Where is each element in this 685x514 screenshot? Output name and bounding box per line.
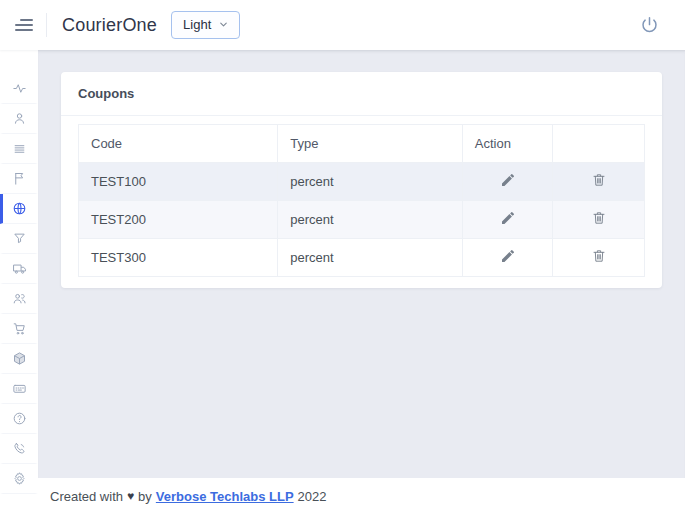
sidebar-item-profile[interactable]: [0, 104, 38, 134]
footer-company-link[interactable]: Verbose Techlabs LLP: [156, 489, 294, 504]
footer-text-middle: by: [138, 489, 152, 504]
globe-coupons-icon: [12, 201, 27, 216]
phone-icon: [12, 441, 27, 456]
footer-text-prefix: Created with: [50, 489, 123, 504]
logout-button[interactable]: [639, 15, 660, 36]
coupon-type-cell: percent: [278, 163, 463, 201]
pencil-icon: [500, 248, 516, 264]
sidebar-item-settings[interactable]: [0, 464, 38, 494]
coupon-code-cell: TEST300: [79, 239, 278, 277]
sidebar-item-cart[interactable]: [0, 314, 38, 344]
coupon-type-cell: percent: [278, 201, 463, 239]
column-header-action: Action: [462, 125, 553, 163]
coupons-table: Code Type Action TEST100 percent: [78, 124, 645, 277]
delete-button[interactable]: [587, 170, 611, 193]
theme-selector[interactable]: Light: [171, 11, 240, 39]
table-row: TEST100 percent: [79, 163, 645, 201]
header-divider: [46, 13, 47, 37]
sidebar-item-help[interactable]: [0, 404, 38, 434]
footer: Created with ♥ by Verbose Techlabs LLP 2…: [38, 478, 685, 514]
sidebar-item-support[interactable]: [0, 434, 38, 464]
sidebar-item-customers[interactable]: [0, 284, 38, 314]
card-title: Coupons: [61, 72, 662, 116]
edit-button[interactable]: [496, 246, 520, 269]
cart-icon: [12, 321, 27, 336]
coupon-code-cell: TEST100: [79, 163, 278, 201]
main-content: Coupons Code Type Action TEST100 percent: [38, 50, 685, 478]
sidebar-item-packages[interactable]: [0, 344, 38, 374]
users-icon: [12, 291, 27, 306]
column-header-code: Code: [79, 125, 278, 163]
sidebar-item-activity[interactable]: [0, 74, 38, 104]
delete-button[interactable]: [587, 246, 611, 269]
pencil-icon: [500, 172, 516, 188]
brand-title: CourierOne: [62, 15, 157, 36]
table-row: TEST300 percent: [79, 239, 645, 277]
trash-icon: [591, 248, 607, 264]
trash-icon: [591, 172, 607, 188]
list-icon: [12, 141, 27, 156]
footer-year: 2022: [298, 489, 327, 504]
heart-icon: ♥: [127, 489, 134, 503]
gear-icon: [12, 471, 27, 486]
card-icon: [12, 381, 27, 396]
edit-button[interactable]: [496, 208, 520, 231]
package-icon: [12, 351, 27, 366]
coupon-code-cell: TEST200: [79, 201, 278, 239]
user-icon: [12, 111, 27, 126]
sidebar: [0, 50, 38, 514]
sidebar-item-delivery[interactable]: [0, 254, 38, 284]
sidebar-item-filter[interactable]: [0, 224, 38, 254]
theme-selector-label: Light: [183, 17, 211, 32]
hamburger-icon: [20, 19, 33, 21]
flag-icon: [12, 171, 27, 186]
sidebar-item-coupons[interactable]: [0, 194, 38, 224]
header: CourierOne Light: [0, 0, 685, 50]
edit-button[interactable]: [496, 170, 520, 193]
help-icon: [12, 411, 27, 426]
column-header-type: Type: [278, 125, 463, 163]
sidebar-item-payments[interactable]: [0, 374, 38, 404]
power-icon: [639, 15, 660, 36]
pencil-icon: [500, 210, 516, 226]
trash-icon: [591, 210, 607, 226]
truck-icon: [12, 261, 27, 276]
coupons-card: Coupons Code Type Action TEST100 percent: [61, 72, 662, 288]
coupon-type-cell: percent: [278, 239, 463, 277]
table-row: TEST200 percent: [79, 201, 645, 239]
funnel-icon: [12, 231, 27, 246]
column-header-blank: [553, 125, 645, 163]
sidebar-item-flag[interactable]: [0, 164, 38, 194]
menu-toggle-button[interactable]: [15, 17, 33, 33]
sidebar-item-list[interactable]: [0, 134, 38, 164]
activity-icon: [12, 81, 27, 96]
delete-button[interactable]: [587, 208, 611, 231]
chevron-down-icon: [218, 19, 229, 30]
table-header-row: Code Type Action: [79, 125, 645, 163]
